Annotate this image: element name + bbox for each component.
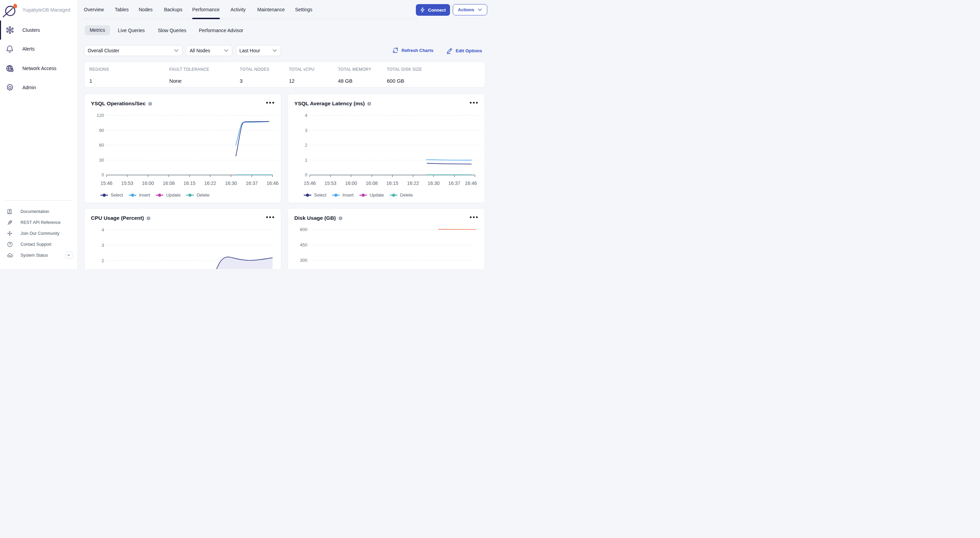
- svg-text:90: 90: [99, 128, 104, 133]
- svg-text:16:00: 16:00: [345, 180, 357, 186]
- svg-text:16:08: 16:08: [366, 180, 377, 186]
- svg-text:15:53: 15:53: [324, 180, 336, 186]
- svg-text:2: 2: [305, 143, 307, 148]
- svg-text:16:00: 16:00: [142, 180, 154, 186]
- svg-text:16:46: 16:46: [267, 180, 278, 186]
- svg-text:4: 4: [102, 227, 104, 232]
- svg-text:60: 60: [99, 143, 104, 148]
- svg-text:16:30: 16:30: [225, 180, 237, 186]
- svg-text:16:22: 16:22: [204, 180, 216, 186]
- svg-text:120: 120: [97, 113, 104, 118]
- svg-text:450: 450: [300, 242, 307, 247]
- svg-text:16:37: 16:37: [246, 180, 258, 186]
- svg-text:1: 1: [305, 158, 307, 163]
- svg-text:15:53: 15:53: [121, 180, 133, 186]
- svg-text:4: 4: [305, 113, 307, 118]
- svg-text:2: 2: [102, 258, 104, 263]
- svg-text:16:37: 16:37: [448, 180, 460, 186]
- svg-text:3: 3: [102, 243, 104, 248]
- svg-text:0: 0: [305, 172, 307, 177]
- svg-text:16:15: 16:15: [183, 180, 196, 186]
- svg-text:15:46: 15:46: [100, 180, 113, 186]
- svg-text:3: 3: [305, 128, 307, 133]
- svg-text:30: 30: [99, 158, 104, 163]
- svg-text:16:46: 16:46: [465, 180, 477, 186]
- svg-text:16:30: 16:30: [428, 180, 440, 186]
- svg-text:0: 0: [102, 172, 104, 177]
- svg-text:16:22: 16:22: [407, 180, 419, 186]
- svg-text:16:08: 16:08: [163, 180, 175, 186]
- svg-text:600: 600: [300, 227, 307, 232]
- svg-text:16:15: 16:15: [387, 180, 398, 186]
- svg-text:15:46: 15:46: [304, 180, 316, 186]
- svg-text:300: 300: [300, 258, 307, 263]
